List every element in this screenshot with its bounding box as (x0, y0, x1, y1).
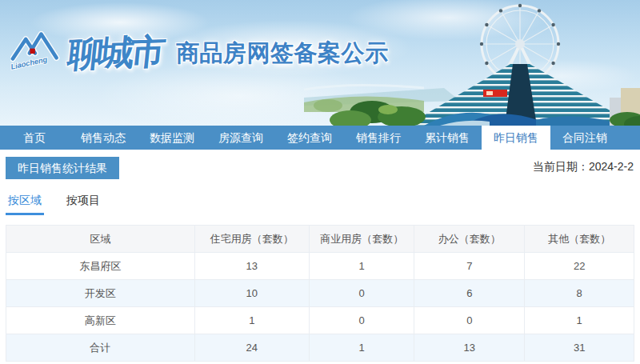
table-row: 开发区 10 0 6 8 (6, 280, 634, 307)
cell-region: 开发区 (6, 280, 195, 307)
cell-value: 31 (525, 334, 634, 362)
nav-item-contract-query[interactable]: 签约查询 (275, 126, 344, 150)
nav-item-cumulative-sales[interactable]: 累计销售 (413, 126, 482, 150)
current-date-label: 当前日期：2024-2-2 (533, 160, 634, 174)
nav-item-data-monitoring[interactable]: 数据监测 (138, 126, 206, 150)
page: Liaocheng 聊城市 商品房网签备案公示 首页 销售动态 数据监测 房源查… (0, 0, 640, 364)
cell-region: 合计 (6, 334, 195, 362)
view-tabs: 按区域 按项目 (6, 194, 640, 215)
cell-value: 0 (414, 307, 525, 334)
site-title: 商品房网签备案公示 (176, 27, 389, 78)
cell-value: 1 (310, 253, 414, 280)
site-banner: Liaocheng 聊城市 商品房网签备案公示 (0, 0, 640, 126)
cell-value: 13 (414, 334, 525, 362)
table-row: 高新区 1 0 0 1 (6, 307, 634, 334)
cell-value: 10 (194, 280, 310, 307)
cell-value: 0 (310, 307, 414, 334)
cell-value: 8 (525, 280, 634, 307)
col-header-region: 区域 (6, 226, 195, 253)
tab-by-project[interactable]: 按项目 (64, 194, 102, 215)
table-row-total: 合计 24 1 13 31 (6, 334, 634, 362)
col-header-residential: 住宅用房（套数） (194, 226, 310, 253)
cell-value: 24 (194, 334, 310, 362)
cell-value: 0 (310, 280, 414, 307)
tab-by-region[interactable]: 按区域 (6, 194, 44, 215)
main-nav: 首页 销售动态 数据监测 房源查询 签约查询 销售排行 累计销售 昨日销售 合同… (0, 126, 640, 150)
cell-value: 6 (414, 280, 525, 307)
brand: Liaocheng 聊城市 商品房网签备案公示 (10, 27, 389, 78)
cell-value: 1 (310, 334, 414, 362)
table-header-row: 区域 住宅用房（套数） 商业用房（套数） 办公（套数） 其他（套数） (6, 226, 634, 253)
nav-item-home[interactable]: 首页 (0, 126, 69, 150)
cell-value: 1 (194, 307, 310, 334)
city-logo-icon: Liaocheng (10, 28, 62, 76)
cell-region: 高新区 (6, 307, 195, 334)
nav-item-sales-dynamics[interactable]: 销售动态 (69, 126, 138, 150)
nav-item-sales-ranking[interactable]: 销售排行 (344, 126, 413, 150)
nav-item-contract-cancellation[interactable]: 合同注销 (550, 126, 619, 150)
cell-value: 1 (525, 307, 634, 334)
cell-value: 7 (414, 253, 525, 280)
cell-region: 东昌府区 (6, 253, 195, 280)
table-row: 东昌府区 13 1 7 22 (6, 253, 634, 280)
col-header-office: 办公（套数） (414, 226, 525, 253)
sales-stats-table: 区域 住宅用房（套数） 商业用房（套数） 办公（套数） 其他（套数） 东昌府区 … (6, 225, 634, 362)
nav-item-listing-query[interactable]: 房源查询 (206, 126, 275, 150)
col-header-commercial: 商业用房（套数） (310, 226, 414, 253)
col-header-other: 其他（套数） (525, 226, 634, 253)
content-area: 昨日销售统计结果 当前日期：2024-2-2 按区域 按项目 区域 住宅用房（套… (0, 150, 640, 362)
section-title-badge: 昨日销售统计结果 (6, 157, 119, 179)
cell-value: 13 (194, 253, 310, 280)
nav-item-yesterday-sales[interactable]: 昨日销售 (482, 124, 550, 150)
city-name: 聊城市 (65, 26, 170, 80)
cell-value: 22 (525, 253, 634, 280)
